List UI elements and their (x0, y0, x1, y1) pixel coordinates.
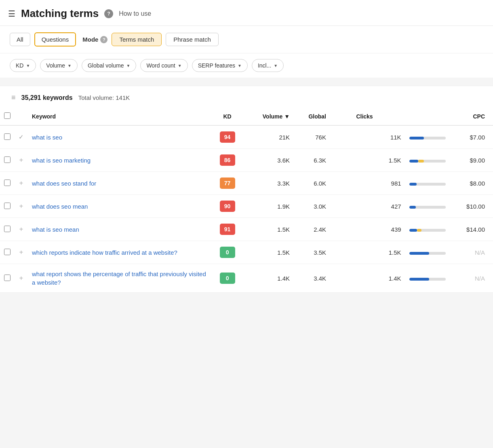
select-all-checkbox[interactable] (4, 112, 11, 119)
clicks-cell: 1.5K (330, 241, 405, 264)
volume-cell: 1.5K (244, 241, 294, 264)
th-clicks[interactable]: Clicks (330, 108, 405, 125)
th-global[interactable]: Global (294, 108, 330, 125)
keyword-cell[interactable]: what is seo marketing (28, 149, 211, 172)
how-to-use-link[interactable]: How to use (119, 10, 151, 17)
plus-icon[interactable]: + (19, 248, 23, 256)
plus-icon[interactable]: + (19, 179, 23, 187)
progress-bar (409, 278, 446, 281)
row-action-cell[interactable]: + (15, 195, 28, 218)
plus-icon[interactable]: + (19, 202, 23, 210)
kd-dropdown[interactable]: KD ▼ (10, 59, 36, 72)
th-volume[interactable]: Volume ▼ (244, 108, 294, 125)
sort-icon[interactable]: ≡ (11, 93, 16, 102)
th-cpc[interactable]: CPC (450, 108, 493, 125)
menu-icon[interactable]: ☰ (8, 9, 15, 19)
row-action-cell[interactable]: ✓ (15, 125, 28, 149)
keyword-cell[interactable]: which reports indicate how traffic arriv… (28, 241, 211, 264)
header: ☰ Matching terms ? How to use (0, 0, 493, 25)
row-checkbox[interactable] (4, 203, 11, 209)
bar-fill-blue (409, 229, 417, 232)
global-volume-dropdown[interactable]: Global volume ▼ (82, 59, 136, 72)
chevron-down-icon: ▼ (238, 63, 242, 68)
kd-cell: 86 (211, 149, 244, 172)
kd-badge: 77 (220, 178, 235, 189)
row-checkbox-cell (0, 125, 15, 149)
incl-dropdown[interactable]: Incl... ▼ (252, 59, 284, 72)
questions-filter-button[interactable]: Questions (34, 32, 76, 46)
serp-features-dropdown[interactable]: SERP features ▼ (192, 59, 248, 72)
kd-badge: 86 (220, 154, 235, 166)
phrase-match-button[interactable]: Phrase match (166, 33, 219, 46)
keyword-cell[interactable]: what does seo stand for (28, 172, 211, 195)
volume-cell: 3.3K (244, 172, 294, 195)
row-checkbox[interactable] (4, 226, 11, 232)
row-action-cell[interactable]: + (15, 241, 28, 264)
keyword-cell[interactable]: what is seo mean (28, 218, 211, 241)
th-kd[interactable]: KD (211, 108, 244, 125)
cpc-cell: $8.00 (450, 172, 493, 195)
kd-cell: 0 (211, 264, 244, 293)
table-body: ✓what is seo9421K76K11K$7.00+what is seo… (0, 125, 493, 293)
progress-bar (409, 229, 446, 232)
row-action-cell[interactable]: + (15, 172, 28, 195)
keyword-cell[interactable]: what is seo (28, 125, 211, 149)
progress-bar (409, 137, 446, 139)
kd-badge: 91 (220, 224, 235, 235)
global-cell: 6.0K (294, 172, 330, 195)
plus-icon[interactable]: + (19, 225, 23, 233)
volume-cell: 1.9K (244, 195, 294, 218)
table-header-row: Keyword KD Volume ▼ Global Clicks CPC (0, 108, 493, 125)
volume-dropdown[interactable]: Volume ▼ (40, 59, 78, 72)
cpc-cell: N/A (450, 264, 493, 293)
cpc-cell: $14.00 (450, 218, 493, 241)
bar-cell (405, 172, 450, 195)
plus-icon[interactable]: + (19, 274, 23, 282)
row-action-cell[interactable]: + (15, 149, 28, 172)
bar-fill-yellow (417, 229, 421, 232)
bar-cell (405, 149, 450, 172)
keywords-count: 35,291 keywords (21, 94, 73, 101)
row-checkbox[interactable] (4, 133, 11, 140)
row-checkbox[interactable] (4, 249, 11, 255)
row-checkbox-cell (0, 218, 15, 241)
keyword-cell[interactable]: what does seo mean (28, 195, 211, 218)
row-checkbox-cell (0, 241, 15, 264)
global-cell: 6.3K (294, 149, 330, 172)
bar-cell (405, 264, 450, 293)
row-checkbox-cell (0, 195, 15, 218)
terms-match-button[interactable]: Terms match (112, 33, 162, 46)
bar-fill-blue (409, 252, 430, 255)
table-row: +what is seo mean911.5K2.4K439$14.00 (0, 218, 493, 241)
global-cell: 76K (294, 125, 330, 149)
clicks-cell: 439 (330, 218, 405, 241)
row-action-cell[interactable]: + (15, 218, 28, 241)
dropdown-bar: KD ▼ Volume ▼ Global volume ▼ Word count… (0, 53, 493, 78)
kd-badge: 90 (220, 201, 235, 212)
global-cell: 3.4K (294, 264, 330, 293)
plus-icon[interactable]: + (19, 156, 23, 164)
bar-cell (405, 125, 450, 149)
table-row: +what does seo stand for773.3K6.0K981$8.… (0, 172, 493, 195)
row-action-cell[interactable]: + (15, 264, 28, 293)
row-checkbox[interactable] (4, 180, 11, 186)
keywords-table: Keyword KD Volume ▼ Global Clicks CPC ✓w… (0, 108, 493, 293)
all-filter-button[interactable]: All (10, 33, 30, 46)
bar-fill-blue (409, 206, 416, 209)
th-keyword[interactable]: Keyword (28, 108, 211, 125)
th-select-all[interactable] (0, 108, 15, 125)
row-checkbox[interactable] (4, 156, 11, 163)
table-row: +what does seo mean901.9K3.0K427$10.00 (0, 195, 493, 218)
bar-fill-yellow (418, 160, 424, 163)
keyword-cell[interactable]: what report shows the percentage of traf… (28, 264, 211, 293)
word-count-dropdown[interactable]: Word count ▼ (140, 59, 188, 72)
chevron-down-icon: ▼ (26, 63, 30, 68)
mode-help-icon[interactable]: ? (100, 36, 107, 43)
th-action (15, 108, 28, 125)
global-cell: 3.5K (294, 241, 330, 264)
help-icon[interactable]: ? (104, 9, 113, 18)
na-value: N/A (475, 249, 485, 256)
progress-bar (409, 252, 446, 255)
row-checkbox[interactable] (4, 275, 11, 281)
bar-fill-blue (409, 137, 424, 139)
